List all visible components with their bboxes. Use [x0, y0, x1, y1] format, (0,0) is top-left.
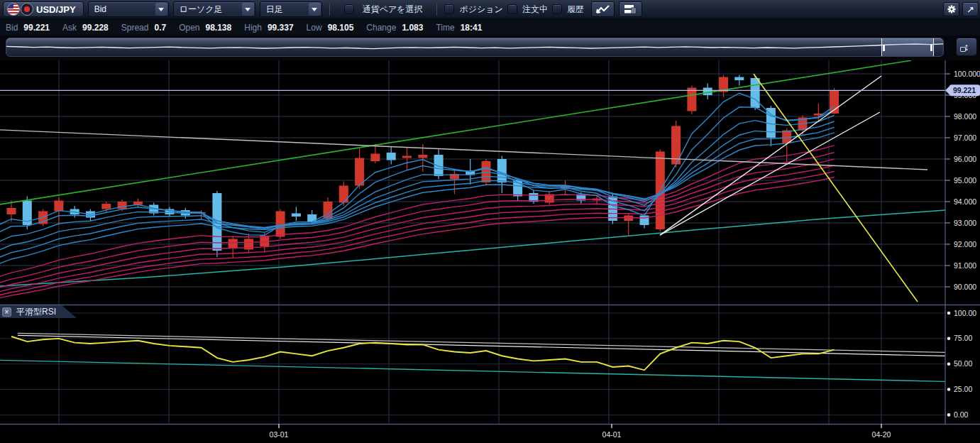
candle-body	[118, 202, 127, 209]
candle-body	[355, 158, 364, 186]
candle-body	[276, 212, 285, 237]
rsi-trendline-rsi-cyan[interactable]	[0, 360, 945, 381]
gmma-short-line	[0, 107, 835, 234]
rsi-axis-label: 25.00	[954, 385, 972, 393]
price-axis: 100.00099.00098.00097.00096.00095.00094.…	[945, 70, 980, 291]
price-axis-label: 90.000	[954, 283, 976, 291]
checkbox-icon	[344, 4, 354, 14]
navigator-line	[6, 44, 943, 49]
quote-bid: Bid99.221	[6, 23, 50, 33]
pair-select-checkbox[interactable]: 通貨ペアを選択	[337, 4, 430, 16]
navigator-resize-button[interactable]: ↕	[956, 38, 977, 56]
navigator-handle-left[interactable]	[883, 45, 885, 51]
gmma-long-line	[0, 153, 835, 284]
history-checkbox[interactable]: 履歴	[552, 4, 584, 16]
price-type-select[interactable]: Bid	[88, 1, 169, 17]
fx-chart-app: USD/JPY Bid ローソク足 日足 通貨ペアを選択 ポジション 注文中	[0, 0, 980, 443]
candle-body	[434, 155, 444, 176]
rsi-axis-label: 100.00	[954, 309, 976, 317]
candle-body	[229, 239, 238, 249]
price-axis-label: 91.000	[954, 261, 976, 270]
rsi-close-button[interactable]: ×	[2, 307, 11, 317]
rsi-trendline-rsi-gray[interactable]	[18, 333, 945, 352]
gridlines	[0, 60, 945, 424]
japan-flag-icon	[21, 3, 33, 16]
gear-icon	[947, 4, 957, 14]
order-lines-button[interactable]	[591, 1, 615, 17]
navigator-zone: ↕	[0, 35, 980, 60]
toolbar-separator	[436, 3, 437, 16]
quote-change: Change1.083	[366, 23, 423, 33]
positions-checkbox[interactable]: ポジション	[444, 4, 502, 16]
price-axis-label: 93.000	[954, 219, 976, 227]
navigator-selection[interactable]	[881, 38, 934, 57]
quote-ask: Ask99.228	[62, 23, 109, 33]
date-axis-label: 04-01	[602, 430, 622, 439]
checkbox-icon	[552, 4, 562, 14]
navigator-sparkline	[6, 38, 943, 56]
price-axis-label: 100.000	[954, 70, 980, 78]
panel-list-button[interactable]	[619, 1, 642, 17]
rsi-axis-label: 0.00	[954, 410, 969, 419]
quote-high: High99.337	[244, 23, 293, 33]
candle-body	[292, 214, 301, 217]
chart-navigator[interactable]	[6, 38, 944, 57]
price-type-value: Bid	[94, 4, 106, 14]
price-axis-label: 96.000	[954, 155, 976, 163]
date-axis-label: 03-01	[270, 430, 289, 439]
popout-arrow-icon: ↗	[967, 4, 974, 15]
timeframe-select[interactable]: 日足	[260, 1, 322, 17]
quote-row: Bid99.221 Ask99.228 Spread0.7 Open98.138…	[0, 19, 980, 35]
checkbox-icon	[444, 4, 454, 14]
candle-body	[497, 159, 507, 182]
price-axis-label: 97.000	[954, 133, 976, 142]
timeframe-value: 日足	[266, 4, 283, 16]
checkbox-icon	[507, 4, 517, 14]
navigator-handle-right[interactable]	[930, 45, 932, 51]
chevron-down-icon	[309, 3, 321, 16]
candle-body	[7, 208, 16, 214]
candle-body	[54, 201, 63, 212]
candle-body	[324, 202, 333, 219]
quote-time: Time18:41	[436, 23, 482, 33]
candle-body	[687, 88, 696, 111]
price-badge-value: 99.221	[953, 86, 976, 94]
currency-pair-button[interactable]: USD/JPY	[3, 1, 84, 17]
candle-body	[418, 155, 427, 158]
pair-label: USD/JPY	[36, 4, 76, 15]
gmma-long-line	[0, 171, 835, 296]
candle-body	[402, 156, 412, 158]
candle-body	[387, 153, 396, 160]
candle-body	[734, 77, 744, 81]
gmma-short-line	[0, 133, 835, 266]
candle-body	[339, 186, 348, 203]
rsi-axis: 100.0075.0050.0025.000.00	[947, 309, 977, 419]
us-flag-icon	[7, 3, 20, 16]
candle-body	[370, 154, 380, 162]
mini-window-icon	[960, 47, 966, 52]
rsi-plot	[0, 333, 945, 381]
candle-body	[101, 204, 111, 209]
price-axis-label: 94.000	[954, 197, 976, 206]
settings-button[interactable]	[943, 2, 959, 16]
popout-button[interactable]: ↗	[962, 2, 979, 16]
rsi-panel-title: 平滑型RSI	[16, 306, 56, 318]
quote-spread: Spread0.7	[121, 23, 166, 33]
candle-body	[703, 88, 712, 96]
gmma-long-line	[0, 146, 835, 278]
quote-open: Open98.138	[179, 23, 231, 33]
toolbar-separator	[329, 3, 330, 16]
price-axis-label: 95.000	[954, 176, 976, 185]
open-orders-checkbox[interactable]: 注文中	[507, 4, 548, 16]
close-icon: ×	[5, 308, 9, 316]
chevron-down-icon	[242, 3, 254, 16]
price-axis-label: 92.000	[954, 240, 976, 248]
chart-type-select[interactable]: ローソク足	[173, 1, 255, 17]
gmma-short-line	[0, 116, 835, 244]
chart-type-value: ローソク足	[180, 4, 223, 16]
panels-icon	[624, 4, 637, 15]
price-chart[interactable]: 100.00099.00098.00097.00096.00095.00094.…	[0, 60, 980, 443]
date-axis-label: 04-20	[872, 430, 891, 439]
trend-arrow-icon	[595, 4, 610, 15]
price-axis-label: 98.000	[954, 112, 976, 121]
